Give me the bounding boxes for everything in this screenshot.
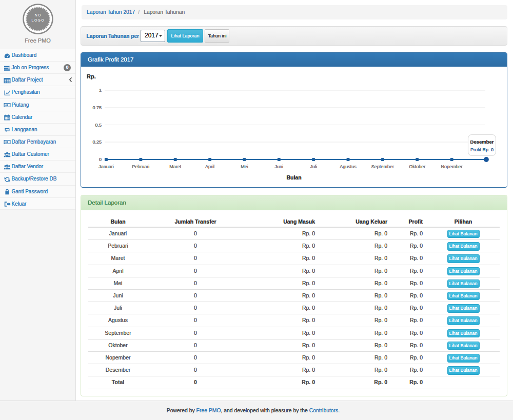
- svg-text:LOGO: LOGO: [31, 17, 44, 22]
- svg-text:Maret: Maret: [169, 164, 182, 169]
- svg-text:0.5: 0.5: [95, 123, 102, 128]
- svg-text:Nopember: Nopember: [441, 164, 463, 169]
- svg-text:0.25: 0.25: [92, 139, 102, 145]
- svg-text:Bulan: Bulan: [286, 174, 301, 181]
- svg-text:Mei: Mei: [241, 164, 248, 169]
- svg-text:Profit Rp: 0: Profit Rp: 0: [470, 147, 494, 152]
- svg-text:Agustus: Agustus: [340, 164, 357, 169]
- svg-text:Januari: Januari: [98, 164, 114, 169]
- svg-text:Rp.: Rp.: [87, 73, 96, 79]
- svg-text:Desember: Desember: [470, 139, 494, 145]
- svg-text:1: 1: [99, 88, 102, 93]
- svg-text:September: September: [371, 164, 394, 169]
- svg-text:Juni: Juni: [275, 164, 284, 169]
- svg-text:Pebruari: Pebruari: [132, 164, 149, 169]
- svg-text:April: April: [205, 164, 214, 169]
- svg-text:Juli: Juli: [310, 164, 317, 169]
- svg-text:NO: NO: [34, 12, 41, 17]
- svg-text:Oktober: Oktober: [409, 164, 425, 169]
- svg-text:0: 0: [99, 157, 102, 162]
- svg-text:0.75: 0.75: [92, 105, 102, 110]
